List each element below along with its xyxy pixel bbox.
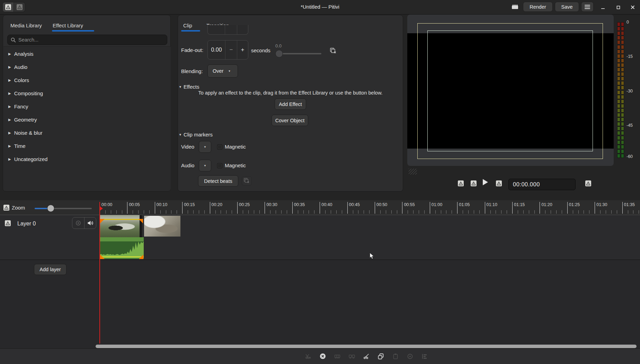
meter-segment xyxy=(617,140,620,144)
ruler-time-label: 01:05 xyxy=(459,202,470,207)
category-audio[interactable]: ▶Audio xyxy=(3,60,171,73)
ruler-minor-tick xyxy=(188,210,188,214)
ruler-minor-tick xyxy=(562,210,562,214)
playhead[interactable] xyxy=(99,202,100,344)
layer-menu-icon[interactable] xyxy=(5,220,11,226)
meter-segment xyxy=(621,154,624,158)
timeline-horizontal-scrollbar[interactable] xyxy=(96,345,637,348)
audio-clip-1[interactable] xyxy=(100,237,144,259)
meter-segment xyxy=(621,68,624,72)
meter-scale-label: -45 xyxy=(626,123,633,128)
copy-clip-button[interactable] xyxy=(378,353,384,359)
add-layer-button[interactable]: Add layer xyxy=(34,264,66,275)
ruler-minor-tick xyxy=(309,210,309,214)
clip-markers-expander[interactable]: ▼ Clip markers xyxy=(179,132,213,137)
fade-out-value[interactable]: 0.00 xyxy=(208,41,225,59)
playhead-handle[interactable] xyxy=(100,206,103,211)
audio-magnetic-checkbox[interactable] xyxy=(217,163,222,168)
split-clip-button[interactable] xyxy=(363,353,370,359)
go-start-button[interactable] xyxy=(458,180,464,186)
expander-closed-icon: ▶ xyxy=(8,105,11,108)
add-effect-button[interactable]: Add Effect xyxy=(275,98,306,110)
category-fancy[interactable]: ▶Fancy xyxy=(3,100,171,113)
previous-frame-button[interactable] xyxy=(471,180,477,186)
menu-button[interactable] xyxy=(581,2,594,12)
meter-scale-label: -30 xyxy=(626,89,633,94)
zoom-slider-handle[interactable] xyxy=(47,205,54,212)
fade-out-increment-button[interactable]: + xyxy=(237,41,248,59)
clip-fade-handle-bottom-left[interactable] xyxy=(100,255,105,259)
delete-clip-button[interactable] xyxy=(320,353,326,359)
video-opacity-keyframe-line[interactable] xyxy=(100,219,143,220)
ungroup-clips-icon xyxy=(349,353,355,359)
remove-fade-keyframes-button[interactable] xyxy=(328,46,338,55)
clear-beat-markers-button[interactable] xyxy=(242,176,252,186)
effects-expander[interactable]: ▼ Effects xyxy=(179,84,199,90)
expander-open-icon: ▼ xyxy=(179,133,182,136)
maximize-button[interactable] xyxy=(614,3,623,12)
category-uncategorized[interactable]: ▶Uncategorized xyxy=(3,152,171,166)
ruler-minor-tick xyxy=(435,210,436,214)
go-end-button[interactable] xyxy=(585,180,591,186)
viewer-resize-grip[interactable] xyxy=(409,169,417,175)
record-circle-icon xyxy=(75,220,81,226)
ruler-minor-tick xyxy=(226,210,226,214)
video-clip-1-thumbnail[interactable] xyxy=(100,215,140,237)
ruler-minor-tick xyxy=(386,210,386,214)
fade-out-slider-handle[interactable] xyxy=(275,50,283,57)
detect-beats-button[interactable]: Detect beats xyxy=(198,175,238,187)
delete-clip-icon xyxy=(320,353,326,359)
meter-segment xyxy=(621,122,624,126)
layer-name: Layer 0 xyxy=(17,221,36,227)
meter-segment xyxy=(617,99,620,104)
ruler-major-tick xyxy=(347,202,348,214)
category-compositing[interactable]: ▶Compositing xyxy=(3,87,171,100)
audio-markers-dropdown[interactable]: ▼ xyxy=(199,160,211,171)
clip-frame-outline[interactable] xyxy=(427,30,593,151)
ruler-minor-tick xyxy=(633,210,633,214)
render-button[interactable]: Render xyxy=(523,2,553,12)
category-geometry[interactable]: ▶Geometry xyxy=(3,113,171,126)
clip-fade-handle-bottom-right[interactable] xyxy=(139,255,143,259)
tab-media-library[interactable]: Media Library xyxy=(10,23,42,28)
zoom-label: Zoom xyxy=(12,205,25,211)
meter-segment xyxy=(617,68,620,72)
video-clip-1-end[interactable] xyxy=(140,215,143,237)
next-frame-button[interactable] xyxy=(496,180,502,186)
ruler-minor-tick xyxy=(314,210,314,214)
cover-object-button[interactable]: Cover Object xyxy=(272,115,308,126)
tab-clip[interactable]: Clip xyxy=(183,23,192,28)
category-analysis[interactable]: ▶Analysis xyxy=(3,47,171,60)
meter-scale-label: -15 xyxy=(626,54,633,59)
minimize-button[interactable] xyxy=(598,3,607,12)
ruler-minor-tick xyxy=(221,210,221,214)
ruler-major-tick xyxy=(292,202,293,214)
blending-label: Blending: xyxy=(181,68,203,74)
save-button[interactable]: Save xyxy=(555,2,579,12)
tab-effect-library[interactable]: Effect Library xyxy=(53,23,83,28)
audio-volume-keyframe-line[interactable] xyxy=(100,256,144,257)
meter-segment xyxy=(621,54,624,58)
category-noise-blur[interactable]: ▶Noise & blur xyxy=(3,126,171,139)
gap-button xyxy=(407,353,413,359)
ruler-minor-tick xyxy=(353,210,353,214)
fade-in-spinner-partial[interactable] xyxy=(207,25,248,35)
video-markers-dropdown[interactable]: ▼ xyxy=(199,141,211,153)
close-button[interactable] xyxy=(628,3,637,12)
ruler-minor-tick xyxy=(617,210,617,214)
play-button[interactable] xyxy=(483,179,488,185)
fade-out-decrement-button[interactable]: − xyxy=(225,41,237,59)
meter-segment xyxy=(621,90,624,95)
zoom-fit-icon[interactable] xyxy=(3,205,9,211)
video-magnetic-checkbox[interactable] xyxy=(217,144,222,150)
category-time[interactable]: ▶Time xyxy=(3,139,171,152)
timecode-entry[interactable]: 00:00.000 xyxy=(508,179,576,190)
clip-fade-handle-top-right[interactable] xyxy=(139,219,143,223)
clip-fade-handle-top-left[interactable] xyxy=(100,219,105,223)
category-colors[interactable]: ▶Colors xyxy=(3,73,171,87)
blending-dropdown[interactable]: Over ▼ xyxy=(207,64,238,78)
video-clip-2-thumbnail[interactable] xyxy=(144,216,180,237)
search-input[interactable] xyxy=(18,37,167,43)
layer-video-toggle[interactable] xyxy=(72,217,84,229)
layer-audio-toggle[interactable] xyxy=(84,217,96,229)
